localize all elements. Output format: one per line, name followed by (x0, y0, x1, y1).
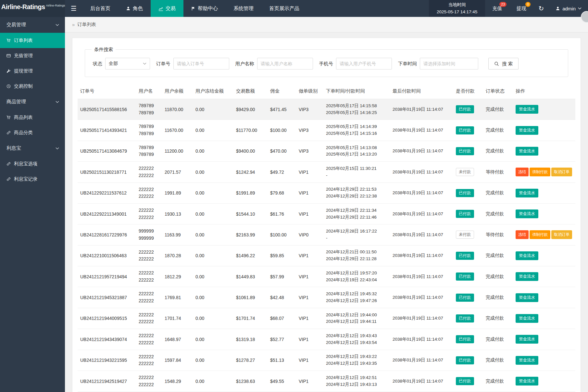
status-select[interactable]: 全部 (105, 58, 150, 70)
fund-flow-button[interactable]: 资金流水 (516, 356, 538, 365)
frozen-amount-cell: 0.00 (193, 141, 233, 161)
force-pay-button[interactable]: 强制付款 (530, 230, 550, 239)
logo[interactable]: Airline-Ratings Airline-Ratings (0, 0, 65, 17)
frozen-amount-cell: 0.00 (193, 308, 233, 329)
sidebar-group-2[interactable]: 利息宝 (0, 140, 65, 156)
order-status-cell: 完成付款 (483, 203, 513, 224)
username-line: 789789 (139, 123, 159, 130)
username-line: 222222 (139, 270, 159, 277)
username-line: 222222 (139, 339, 159, 347)
commission-cell: $57.99 (268, 266, 296, 287)
chevron-down-icon (56, 147, 59, 150)
frozen-amount-cell: 0.00 (193, 266, 233, 287)
phone-input[interactable] (336, 58, 392, 70)
fund-flow-button[interactable]: 资金流水 (516, 335, 538, 344)
time-line: 2025年05月17日 14:13:08 (326, 145, 387, 151)
username-cell: 222222222222 (136, 245, 162, 266)
fund-flow-button[interactable]: 资金流水 (516, 105, 538, 114)
time-line: - (326, 235, 387, 242)
order-status-cell: 完成付款 (483, 350, 513, 371)
order-pay-time-cell: 2024年12月12日 19:44:002024年12月12日 19:44:11 (323, 308, 390, 329)
order-time-input[interactable] (420, 58, 478, 70)
sidebar-item-0-2[interactable]: 提现管理 (0, 63, 65, 79)
nav-item-0[interactable]: 后台首页 (82, 0, 118, 17)
fund-flow-button[interactable]: 资金流水 (516, 377, 538, 386)
username-line: 222222 (139, 256, 159, 263)
orders-table-wrap: 订单号用户名用户余额用户冻结金额交易数额佣金做单级别下单时间/付款时间最后付款时… (78, 83, 575, 392)
vip-level-cell: VIP1 (296, 350, 323, 371)
withdraw-link[interactable]: 提现 0 (509, 0, 533, 17)
time-line: 2025年05月17日 14:16:25 (326, 109, 387, 116)
fund-flow-button[interactable]: 资金流水 (516, 126, 538, 135)
username-cell: 222222222222 (136, 371, 162, 391)
actions-cell: 资金流水 (513, 266, 575, 287)
cancel-order-button[interactable]: 取消订单 (551, 230, 572, 239)
cancel-order-button[interactable]: 取消订单 (551, 168, 572, 176)
sidebar-group-1[interactable]: 商品管理 (0, 94, 65, 110)
fund-flow-button[interactable]: 资金流水 (516, 189, 538, 197)
search-button[interactable]: 搜 索 (488, 58, 519, 70)
freeze-button[interactable]: 冻结 (516, 230, 529, 239)
nav-item-2[interactable]: 交易 (151, 0, 183, 17)
refresh-icon[interactable]: ↻ (533, 0, 549, 17)
nav-item-5[interactable]: 首页展示产品 (261, 0, 307, 17)
paid-status-badge: 已付款 (456, 294, 474, 302)
order-no-input[interactable] (173, 58, 229, 70)
paid-status-badge: 已付款 (456, 210, 474, 218)
user-name-label: 用户名称 (235, 61, 254, 67)
vip-level-cell: VIP1 (296, 203, 323, 224)
column-header-5: 佣金 (268, 83, 296, 99)
order-pay-time-cell: 2024年12月12日 19:42:512024年12月12日 19:43:13 (323, 371, 390, 391)
nav-item-4[interactable]: 系统管理 (226, 0, 261, 17)
nav-item-1[interactable]: 角色 (118, 0, 151, 17)
commission-cell: $49.72 (268, 162, 296, 183)
freeze-button[interactable]: 冻结 (516, 168, 529, 176)
fund-flow-button[interactable]: 资金流水 (516, 209, 538, 218)
actions-cell: 资金流水 (513, 287, 575, 308)
recharge-link[interactable]: 充值 23 (485, 0, 509, 17)
fund-flow-button[interactable]: 资金流水 (516, 251, 538, 260)
trade-amount-cell: $1991.89 (233, 183, 268, 203)
sidebar-item-label: 商品分类 (14, 130, 33, 136)
fund-flow-button[interactable]: 资金流水 (516, 147, 538, 156)
column-header-8: 最后付款时间 (390, 83, 453, 99)
search-button-label: 搜 索 (502, 61, 513, 67)
nav-item-3[interactable]: 帮助中心 (183, 0, 226, 17)
fund-flow-button[interactable]: 资金流水 (516, 272, 538, 281)
sidebar-item-2-1[interactable]: 利息宝记录 (0, 171, 65, 187)
time-line: 2024年12月12日 19:43:35 (326, 360, 387, 367)
time-line: 2024年12月29日 22:11:28 (326, 256, 387, 262)
sidebar-item-0-0[interactable]: 订单列表 (0, 33, 65, 48)
column-header-1: 用户名 (136, 83, 162, 99)
username-line: 222222 (139, 318, 159, 325)
withdraw-count-badge: 0 (525, 2, 531, 7)
sidebar-item-0-1[interactable]: 充值管理 (0, 48, 65, 63)
sidebar-item-1-1[interactable]: 商品分类 (0, 125, 65, 140)
trade-amount-cell: $9429.00 (233, 99, 268, 120)
fund-flow-button[interactable]: 资金流水 (516, 293, 538, 302)
username-line: 789789 (139, 151, 159, 158)
nav-item-label: 交易 (166, 5, 176, 12)
force-pay-button[interactable]: 强制付款 (530, 168, 550, 176)
flag-icon (191, 6, 195, 11)
sidebar-group-0[interactable]: 交易管理 (0, 17, 65, 33)
time-line: 2024年12月12日 19:43:22 (326, 353, 387, 360)
time-line: 2024年12月29日 22:11:53 (326, 186, 387, 193)
sidebar-item-2-0[interactable]: 利息宝选项 (0, 156, 65, 171)
paid-status-badge: 已付款 (456, 335, 474, 343)
username-cell: 222222222222 (136, 329, 162, 350)
nav-item-label: 后台首页 (90, 5, 110, 12)
sidebar-item-1-0[interactable]: 商品列表 (0, 110, 65, 125)
commission-cell: $100.00 (268, 120, 296, 141)
sidebar-item-0-3[interactable]: 交易控制 (0, 79, 65, 94)
orders-table: 订单号用户名用户余额用户冻结金额交易数额佣金做单级别下单时间/付款时间最后付款时… (78, 83, 575, 392)
paid-status-cell: 已付款 (453, 245, 483, 266)
vip-level-cell: VIP1 (296, 287, 323, 308)
fund-flow-button[interactable]: 资金流水 (516, 314, 538, 323)
hamburger-menu-icon[interactable]: ☰ (65, 0, 82, 17)
commission-cell: $470.00 (268, 141, 296, 161)
order-no-cell: UB2412292211537612 (78, 183, 136, 203)
order-status-cell: 完成付款 (483, 141, 513, 161)
actions-cell: 资金流水 (513, 308, 575, 329)
user-name-input[interactable] (257, 58, 313, 70)
